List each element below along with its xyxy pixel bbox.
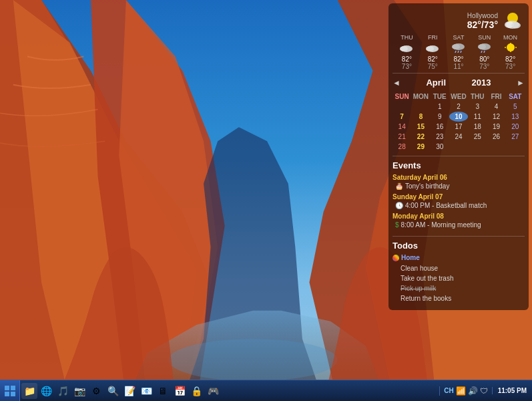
taskbar-icon-game[interactable]: 🎮 xyxy=(205,383,221,399)
weather-location: Hollywood xyxy=(467,12,498,19)
calendar-header-row: SUN MON TUE WED THU FRI SAT xyxy=(392,92,525,102)
cal-day[interactable]: 28 xyxy=(392,142,411,152)
taskbar-icon-search[interactable]: 🔍 xyxy=(105,383,121,399)
cal-day[interactable]: 18 xyxy=(468,122,487,132)
cal-day[interactable]: 23 xyxy=(431,132,449,142)
cal-day[interactable] xyxy=(392,102,411,112)
cal-day[interactable]: 26 xyxy=(487,132,505,142)
svg-point-16 xyxy=(478,44,486,49)
svg-rect-24 xyxy=(5,386,9,390)
cal-header-sat: SAT xyxy=(506,92,525,102)
cal-day[interactable]: 16 xyxy=(431,122,449,132)
event-item-birthday: 🎂 Tony's birthday xyxy=(392,182,525,190)
cal-day[interactable]: 4 xyxy=(487,102,505,112)
svg-point-9 xyxy=(426,46,434,51)
calendar-week-3: 14 15 16 17 18 19 20 xyxy=(392,122,525,132)
svg-point-11 xyxy=(452,44,460,49)
event-date-sat: Saturday April 06 xyxy=(392,174,525,181)
calendar-week-5: 28 29 30 xyxy=(392,142,525,152)
taskbar-icon-notepad[interactable]: 📝 xyxy=(121,383,138,399)
event-item-meeting: $ 8:00 AM - Morning meeting xyxy=(392,221,525,229)
widget-panel: Hollywood 82°/73° THU xyxy=(388,3,529,310)
cal-day[interactable]: 13 xyxy=(506,112,525,122)
calendar-week-1: 1 2 3 4 5 xyxy=(392,102,525,112)
svg-point-7 xyxy=(400,46,408,51)
cal-day[interactable]: 7 xyxy=(392,112,411,122)
taskbar: 📁 🌐 🎵 📷 ⚙ 🔍 📝 📧 🖥 📅 🔒 🎮 CH 📶 🔊 🛡 11:05 P… xyxy=(0,380,532,401)
cal-day[interactable]: 5 xyxy=(506,102,525,112)
cal-day xyxy=(449,142,468,152)
cal-day[interactable]: 9 xyxy=(431,112,449,122)
events-section: Events Saturday April 06 🎂 Tony's birthd… xyxy=(392,160,525,237)
cal-day[interactable]: 25 xyxy=(468,132,487,142)
cal-day[interactable]: 11 xyxy=(468,112,487,122)
event-date-sun: Sunday April 07 xyxy=(392,193,525,200)
svg-point-1 xyxy=(168,339,338,381)
weather-current-info: Hollywood 82°/73° xyxy=(467,12,498,30)
cal-day[interactable]: 24 xyxy=(449,132,468,142)
cal-day-today[interactable]: 10 xyxy=(449,112,468,122)
cal-day[interactable]: 19 xyxy=(487,122,505,132)
cal-day[interactable]: 12 xyxy=(487,112,505,122)
cal-day xyxy=(506,142,525,152)
cal-day[interactable]: 1 xyxy=(431,102,449,112)
svg-line-14 xyxy=(461,51,461,53)
tray-security[interactable]: 🛡 xyxy=(480,386,488,396)
todo-item-books: Return the books xyxy=(392,293,525,303)
taskbar-icon-media[interactable]: 🎵 xyxy=(55,383,71,399)
start-button[interactable] xyxy=(0,380,20,402)
cal-header-tue: TUE xyxy=(431,92,449,102)
cal-day[interactable]: 2 xyxy=(449,102,468,112)
taskbar-icon-lock[interactable]: 🔒 xyxy=(188,383,204,399)
cal-header-thu: THU xyxy=(468,92,487,102)
cal-header-sun: SUN xyxy=(392,92,411,102)
event-group-sat: Saturday April 06 🎂 Tony's birthday xyxy=(392,174,525,190)
cal-day[interactable]: 30 xyxy=(431,142,449,152)
cal-day[interactable]: 21 xyxy=(392,132,411,142)
clock-time: 11:05 PM xyxy=(498,387,527,394)
event-date-mon: Monday April 08 xyxy=(392,213,525,220)
forecast-thu: THU 82° 73° xyxy=(394,34,420,70)
taskbar-clock[interactable]: 11:05 PM xyxy=(492,387,532,394)
todos-title: Todos xyxy=(392,241,525,251)
taskbar-icon-browser[interactable]: 🌐 xyxy=(38,383,54,399)
taskbar-icon-monitor[interactable]: 🖥 xyxy=(155,383,171,399)
desktop: Hollywood 82°/73° THU xyxy=(0,0,532,401)
taskbar-icon-file-explorer[interactable]: 📁 xyxy=(21,383,37,399)
cal-day[interactable]: 8 xyxy=(411,112,430,122)
cal-day[interactable] xyxy=(411,102,430,112)
tray-network[interactable]: 📶 xyxy=(456,386,466,396)
calendar-prev-button[interactable]: ◄ xyxy=(392,78,401,88)
cal-day[interactable]: 3 xyxy=(468,102,487,112)
sun-icon xyxy=(502,10,523,31)
svg-line-13 xyxy=(458,51,459,53)
tray-ch[interactable]: CH xyxy=(444,387,453,394)
event-group-mon: Monday April 08 $ 8:00 AM - Morning meet… xyxy=(392,213,525,229)
taskbar-icon-settings[interactable]: ⚙ xyxy=(88,383,104,399)
taskbar-icon-calendar[interactable]: 📅 xyxy=(172,383,188,399)
weather-temp-main: 82°/73° xyxy=(467,19,498,30)
svg-rect-26 xyxy=(5,392,9,396)
calendar-week-2: 7 8 9 10 11 12 13 xyxy=(392,112,525,122)
calendar-next-button[interactable]: ► xyxy=(517,78,525,88)
calendar-section: ◄ April 2013 ► SUN MON TUE WED THU FRI S… xyxy=(392,76,525,156)
google-icon xyxy=(392,255,399,261)
cal-day[interactable]: 15 xyxy=(411,122,430,132)
taskbar-icon-email[interactable]: 📧 xyxy=(138,383,154,399)
forecast-sat: SAT 82° 11° xyxy=(446,34,472,70)
taskbar-icon-photos[interactable]: 📷 xyxy=(71,383,87,399)
cal-day[interactable]: 20 xyxy=(506,122,525,132)
cal-day[interactable]: 22 xyxy=(411,132,430,142)
cal-day[interactable]: 14 xyxy=(392,122,411,132)
cal-day[interactable]: 17 xyxy=(449,122,468,132)
svg-line-12 xyxy=(455,51,456,53)
cal-day[interactable]: 29 xyxy=(411,142,430,152)
forecast-sun: SUN 80° 73° xyxy=(471,34,497,70)
events-title: Events xyxy=(392,160,525,170)
windows-logo-icon xyxy=(4,385,16,397)
cal-day[interactable]: 27 xyxy=(506,132,525,142)
tray-volume[interactable]: 🔊 xyxy=(468,386,478,396)
calendar-grid: SUN MON TUE WED THU FRI SAT 1 2 3 4 5 xyxy=(392,92,525,152)
calendar-week-4: 21 22 23 24 25 26 27 xyxy=(392,132,525,142)
svg-line-17 xyxy=(481,51,482,53)
